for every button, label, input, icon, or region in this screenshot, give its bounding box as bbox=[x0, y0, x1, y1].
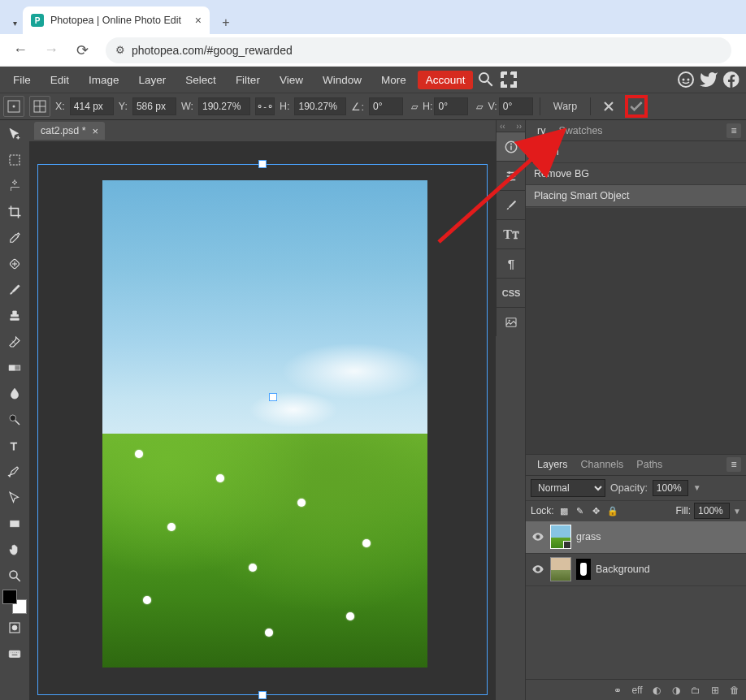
scroll-right-icon[interactable]: ›› bbox=[516, 122, 522, 131]
menu-edit[interactable]: Edit bbox=[42, 71, 77, 89]
heal-tool[interactable] bbox=[2, 252, 27, 276]
twitter-icon[interactable] bbox=[699, 70, 718, 89]
menu-window[interactable]: Window bbox=[314, 71, 370, 89]
layer-row-selected[interactable]: grass bbox=[526, 521, 746, 554]
w-input[interactable] bbox=[198, 97, 250, 115]
layer-name[interactable]: Background bbox=[596, 564, 650, 575]
dodge-tool[interactable] bbox=[2, 408, 27, 432]
skew-h-input[interactable] bbox=[434, 97, 468, 115]
stamp-tool[interactable] bbox=[2, 304, 27, 328]
adjust-panel-icon[interactable] bbox=[497, 161, 526, 190]
brush-panel-icon[interactable] bbox=[497, 190, 526, 219]
menu-more[interactable]: More bbox=[373, 71, 414, 89]
move-tool[interactable]: + bbox=[2, 122, 27, 146]
link-wh-icon[interactable]: ⚬-⚬ bbox=[255, 97, 275, 115]
menu-account[interactable]: Account bbox=[418, 71, 474, 89]
facebook-icon[interactable] bbox=[722, 70, 741, 89]
h-input[interactable] bbox=[294, 97, 346, 115]
brush-tool[interactable] bbox=[2, 278, 27, 302]
hand-tool[interactable] bbox=[2, 538, 27, 562]
lock-move-icon[interactable]: ✥ bbox=[590, 504, 603, 517]
cancel-transform-button[interactable] bbox=[597, 95, 620, 118]
menu-filter[interactable]: Filter bbox=[228, 71, 268, 89]
zoom-tool[interactable] bbox=[2, 564, 27, 588]
close-icon[interactable]: × bbox=[93, 125, 99, 137]
transform-handle-center[interactable] bbox=[269, 393, 277, 401]
character-panel-icon[interactable]: Tᴛ bbox=[497, 219, 526, 248]
close-icon[interactable]: × bbox=[195, 14, 202, 27]
keyboard-icon[interactable] bbox=[2, 642, 27, 666]
layer-row[interactable]: Background bbox=[526, 554, 746, 586]
x-input[interactable] bbox=[70, 97, 114, 115]
info-panel-icon[interactable] bbox=[497, 132, 526, 161]
color-swatches[interactable] bbox=[2, 590, 27, 614]
site-settings-icon[interactable]: ⚙ bbox=[115, 44, 125, 56]
folder-icon[interactable]: 🗀 bbox=[689, 684, 702, 697]
layer-mask-thumb[interactable] bbox=[576, 559, 591, 580]
menu-file[interactable]: File bbox=[5, 71, 39, 89]
new-layer-icon[interactable]: ⊞ bbox=[709, 684, 722, 697]
tabs-dropdown-icon[interactable]: ▾ bbox=[7, 11, 23, 34]
trash-icon[interactable]: 🗑 bbox=[728, 684, 741, 697]
angle-input[interactable] bbox=[369, 97, 403, 115]
tab-paths[interactable]: Paths bbox=[630, 456, 669, 473]
tab-history[interactable]: ry bbox=[531, 122, 552, 140]
paragraph-panel-icon[interactable]: ¶ bbox=[497, 248, 526, 278]
menu-image[interactable]: Image bbox=[80, 71, 128, 89]
layer-thumb[interactable] bbox=[550, 557, 571, 581]
layer-name[interactable]: grass bbox=[576, 531, 601, 542]
transform-handle-top[interactable] bbox=[258, 160, 267, 168]
lock-paint-icon[interactable]: ✎ bbox=[574, 504, 587, 517]
browser-tab[interactable]: P Photopea | Online Photo Edit × bbox=[23, 6, 210, 34]
panel-menu-icon[interactable]: ≡ bbox=[726, 123, 741, 138]
transform-handle-bottom[interactable] bbox=[258, 691, 267, 699]
y-input[interactable] bbox=[132, 97, 176, 115]
layer-thumb[interactable] bbox=[550, 525, 571, 549]
confirm-transform-button[interactable] bbox=[625, 95, 648, 118]
eyedropper-tool[interactable] bbox=[2, 226, 27, 250]
transform-ref-icon[interactable] bbox=[3, 96, 24, 117]
search-icon[interactable] bbox=[476, 70, 496, 89]
canvas[interactable] bbox=[29, 141, 496, 700]
eye-icon[interactable] bbox=[531, 562, 545, 577]
eye-icon[interactable] bbox=[531, 529, 545, 544]
gradient-tool[interactable] bbox=[2, 356, 27, 380]
adjustment-layer-icon[interactable]: ◑ bbox=[670, 684, 683, 697]
lock-transparency-icon[interactable]: ▩ bbox=[557, 504, 570, 517]
path-select-tool[interactable] bbox=[2, 486, 27, 510]
marquee-tool[interactable] bbox=[2, 148, 27, 172]
blend-mode-select[interactable]: Normal bbox=[531, 479, 605, 497]
skew-v-input[interactable] bbox=[499, 97, 533, 115]
back-button[interactable]: ← bbox=[7, 37, 34, 64]
menu-view[interactable]: View bbox=[271, 71, 311, 89]
mask-icon[interactable]: ◐ bbox=[650, 684, 663, 697]
fill-input[interactable] bbox=[694, 503, 730, 519]
scroll-left-icon[interactable]: ‹‹ bbox=[500, 122, 505, 131]
forward-button[interactable]: → bbox=[37, 37, 65, 64]
tab-swatches[interactable]: Swatches bbox=[552, 122, 609, 140]
fullscreen-icon[interactable] bbox=[499, 70, 518, 89]
chevron-down-icon[interactable]: ▼ bbox=[733, 507, 741, 516]
shape-tool[interactable] bbox=[2, 512, 27, 536]
wand-tool[interactable] bbox=[2, 174, 27, 198]
new-tab-button[interactable]: + bbox=[215, 11, 237, 34]
link-layers-icon[interactable]: ⚭ bbox=[611, 684, 624, 697]
quickmask-tool[interactable] bbox=[2, 616, 27, 640]
layer-effects-icon[interactable]: eff bbox=[631, 684, 644, 697]
eraser-tool[interactable] bbox=[2, 330, 27, 354]
reddit-icon[interactable] bbox=[676, 70, 696, 89]
lock-all-icon[interactable]: 🔒 bbox=[606, 504, 619, 517]
tab-channels[interactable]: Channels bbox=[575, 456, 631, 473]
crop-tool[interactable] bbox=[2, 200, 27, 224]
history-item[interactable]: Placing Smart Object bbox=[526, 185, 746, 207]
document-tab[interactable]: cat2.psd * × bbox=[34, 122, 105, 140]
gallery-panel-icon[interactable] bbox=[497, 307, 526, 336]
warp-button[interactable]: Warp bbox=[547, 101, 583, 112]
menu-select[interactable]: Select bbox=[177, 71, 224, 89]
reload-button[interactable]: ⟳ bbox=[68, 37, 96, 64]
css-panel-icon[interactable]: CSS bbox=[497, 278, 526, 307]
grid-icon[interactable] bbox=[29, 96, 50, 117]
chevron-down-icon[interactable]: ▼ bbox=[693, 483, 701, 492]
opacity-input[interactable] bbox=[653, 480, 688, 496]
pen-tool[interactable] bbox=[2, 460, 27, 484]
